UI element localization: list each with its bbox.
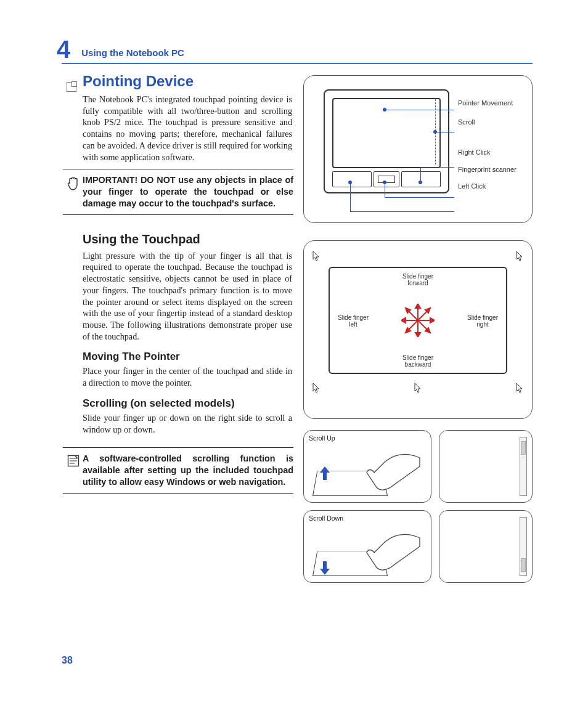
leader-line	[350, 211, 454, 212]
label-pointer-movement: Pointer Movement	[458, 99, 517, 107]
touchpad-left-button	[332, 171, 372, 187]
paragraph-using-touchpad: Light pressure with the tip of your fing…	[83, 250, 292, 343]
chapter-title: Using the Notebook PC	[81, 47, 184, 58]
svg-line-15	[408, 320, 418, 330]
callout-note-text: A software-controlled scrolling function…	[83, 453, 293, 487]
heading-pointing-device: Pointing Device	[83, 73, 292, 90]
paragraph-scrolling: Slide your finger up or down on the righ…	[83, 412, 292, 435]
cursor-icon	[414, 383, 422, 394]
svg-marker-4	[415, 333, 420, 337]
arrow-up-icon	[320, 466, 330, 480]
scrollbar-thumb	[521, 558, 526, 572]
scrollbar	[520, 437, 527, 496]
window-scroll-down	[439, 510, 533, 583]
finger-down-icon	[359, 519, 421, 575]
figure-scroll-down: Scroll Down	[303, 510, 431, 583]
hand-stop-icon	[64, 174, 83, 192]
label-slide-left: Slide finger left	[333, 314, 373, 328]
touchpad-fingerprint-scanner	[374, 171, 399, 187]
pointing-device-icon	[67, 82, 76, 92]
label-left-click: Left Click	[458, 182, 517, 190]
manual-page: 4 Using the Notebook PC Pointing Device …	[0, 0, 588, 703]
label-scroll-down: Scroll Down	[309, 514, 343, 522]
leader-line	[420, 167, 454, 168]
svg-marker-2	[415, 304, 420, 308]
svg-line-11	[408, 311, 418, 320]
cursor-icon	[516, 251, 523, 262]
paragraph-moving-pointer: Place your finger in the center of the t…	[83, 365, 292, 388]
figure-slide-directions: Slide finger forward Slide finger backwa…	[303, 240, 533, 419]
callout-note: A software-controlled scrolling function…	[63, 447, 293, 493]
cursor-icon	[516, 383, 523, 394]
leader-line	[437, 132, 454, 132]
arrow-down-icon	[320, 561, 330, 575]
svg-line-13	[418, 320, 428, 330]
direction-star-icon	[401, 304, 435, 337]
heading-scrolling: Scrolling (on selected models)	[83, 397, 292, 410]
cursor-icon	[312, 251, 320, 262]
left-column: Pointing Device The Notebook PC's integr…	[83, 73, 292, 583]
leader-line	[385, 197, 454, 198]
label-slide-right: Slide finger right	[463, 314, 502, 328]
figure-scroll-up: Scroll Up	[303, 430, 431, 503]
leader-line	[350, 182, 351, 211]
svg-marker-6	[401, 318, 406, 323]
content-grid: Pointing Device The Notebook PC's integr…	[83, 73, 533, 583]
paragraph-pointing-device: The Notebook PC's integrated touchpad po…	[83, 94, 292, 163]
figure-scroll-down-row: Scroll Down	[303, 510, 533, 583]
page-number: 38	[62, 655, 73, 666]
callout-important-text: IMPORTANT! DO NOT use any objects in pla…	[83, 174, 293, 209]
touchpad-surface	[332, 98, 441, 168]
label-slide-backward: Slide finger backward	[393, 354, 443, 368]
label-scroll-up: Scroll Up	[309, 434, 335, 442]
label-slide-forward: Slide finger forward	[393, 273, 443, 286]
figure-touchpad-overview: Pointer Movement Scroll Right Click Fing…	[303, 75, 533, 223]
finger-up-icon	[359, 439, 421, 495]
heading-using-touchpad: Using the Touchpad	[83, 232, 292, 246]
svg-line-9	[418, 311, 428, 320]
right-column: Pointer Movement Scroll Right Click Fing…	[303, 73, 533, 583]
label-right-click: Right Click	[458, 148, 517, 156]
leader-line	[385, 182, 386, 197]
scrollbar-thumb	[521, 441, 526, 455]
callout-important: IMPORTANT! DO NOT use any objects in pla…	[63, 169, 293, 214]
label-scroll: Scroll	[458, 118, 517, 126]
chapter-number: 4	[57, 37, 70, 62]
touchpad-outline	[324, 89, 449, 193]
svg-marker-8	[430, 318, 435, 323]
leader-line	[386, 110, 454, 110]
window-scroll-up	[439, 430, 533, 503]
leader-line	[420, 167, 422, 182]
chapter-header: 4 Using the Notebook PC	[62, 37, 533, 64]
label-fingerprint: Fingerprint scanner	[458, 166, 517, 174]
heading-moving-pointer: Moving The Pointer	[83, 351, 292, 363]
scrollbar	[520, 517, 527, 576]
inner-touchpad: Slide finger forward Slide finger backwa…	[329, 267, 507, 374]
touchpad-labels: Pointer Movement Scroll Right Click Fing…	[458, 99, 517, 199]
figure-scroll-up-row: Scroll Up	[303, 430, 533, 503]
cursor-icon	[312, 383, 320, 394]
touchpad-button-row	[332, 171, 441, 187]
note-icon	[64, 453, 83, 468]
